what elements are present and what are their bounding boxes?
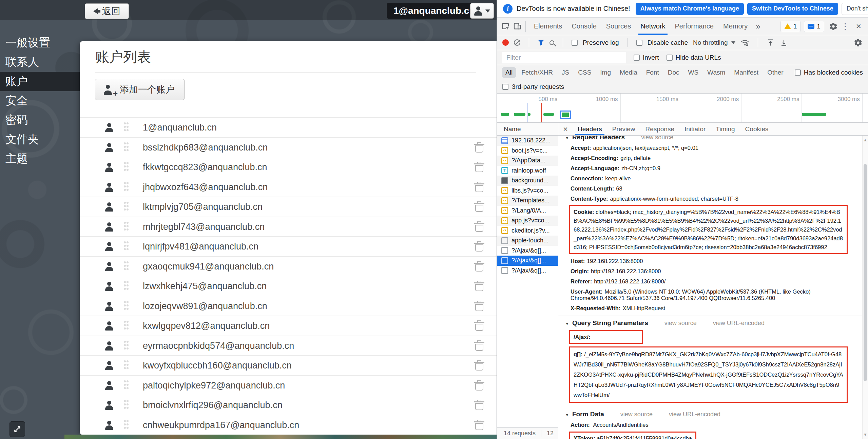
disable-cache-checkbox[interactable] [636,40,642,46]
request-row[interactable]: ?/Templates... [497,196,558,206]
details-tab[interactable]: Initiator [679,123,711,135]
drag-handle[interactable] [124,182,129,192]
drag-handle[interactable] [124,301,129,311]
devtools-tab[interactable]: Network [636,18,670,35]
type-filter-pill[interactable]: Manifest [730,67,762,78]
device-toolbar-icon[interactable] [513,22,522,31]
type-filter-pill[interactable]: All [502,67,516,78]
request-row[interactable]: 192.168.222... [497,136,558,146]
import-har-icon[interactable] [767,39,775,47]
account-row[interactable]: bmoiclvnxlrfiq296@anquanclub.cn [80,395,497,415]
account-row[interactable]: fkkwtgccq823@anquanclub.cn [80,157,497,177]
scroll-down-icon[interactable]: ▼ [863,432,868,437]
delete-account-button[interactable] [474,281,484,292]
drag-handle[interactable] [124,122,129,133]
record-network-log-button[interactable] [502,39,509,46]
drag-handle[interactable] [124,222,129,232]
request-row[interactable]: ?/Ajax/&q[]... [497,246,558,256]
query-string-section-header[interactable]: ▼ Query String Parameters view source vi… [565,319,848,327]
sidebar-item[interactable]: 账户 [0,72,80,91]
export-har-icon[interactable] [780,39,788,47]
devtools-tab[interactable]: Elements [529,18,567,35]
details-tab[interactable]: Headers [573,123,607,135]
account-row[interactable]: jhqbwxozf643@anquanclub.cn [80,177,497,197]
sidebar-item[interactable]: 安全 [0,91,80,111]
issues-badge[interactable]: 1 [804,21,824,32]
view-source-link[interactable]: view source [641,136,673,141]
always-match-language-button[interactable]: Always match Chrome's language [636,3,744,15]
filter-input[interactable] [502,52,626,63]
account-row[interactable]: lqnirjfpv481@anquanclub.cn [80,236,497,256]
request-row[interactable]: background... [497,176,558,186]
switch-to-chinese-button[interactable]: Switch DevTools to Chinese [747,3,838,15]
throttling-select[interactable]: No throttling [693,39,728,46]
drag-handle[interactable] [124,261,129,272]
warnings-badge[interactable]: 1 [780,21,801,32]
resize-toggle-button[interactable] [9,421,25,437]
details-tab[interactable]: Response [640,123,679,135]
delete-account-button[interactable] [474,320,484,331]
delete-account-button[interactable] [474,380,484,391]
request-row[interactable]: app.js?v=co... [497,216,558,226]
view-url-encoded-link[interactable]: view URL-encoded [713,320,765,327]
delete-account-button[interactable] [474,340,484,351]
account-row[interactable]: lktmplvjg705@anquanclub.cn [80,197,497,217]
devtools-close-icon[interactable]: × [853,21,865,32]
delete-account-button[interactable] [474,201,484,212]
drag-handle[interactable] [124,360,129,371]
account-row[interactable]: mhrjtegbl743@anquanclub.cn [80,217,497,237]
delete-account-button[interactable] [474,162,484,173]
request-row[interactable]: libs.js?v=co... [497,186,558,196]
settings-gear-icon[interactable] [829,22,838,31]
sidebar-item[interactable]: 主题 [0,149,80,168]
devtools-tab[interactable]: Memory [718,18,752,35]
drag-handle[interactable] [124,241,129,252]
third-party-checkbox[interactable] [502,84,508,90]
request-row[interactable]: ?/AppData... [497,156,558,166]
close-details-icon[interactable]: × [558,124,573,134]
type-filter-pill[interactable]: CSS [574,67,595,78]
more-tabs-icon[interactable]: » [752,22,764,31]
account-row[interactable]: paltoqichylpke972@anquanclub.cn [80,375,497,395]
type-filter-pill[interactable]: JS [558,67,573,78]
clear-network-log-icon[interactable] [514,39,520,46]
view-url-encoded-link[interactable]: view URL-encoded [669,411,720,418]
request-row[interactable]: rainloop.woff [497,166,558,176]
inspect-element-icon[interactable] [501,22,510,31]
devtools-tab[interactable]: Sources [601,18,636,35]
delete-account-button[interactable] [474,261,484,272]
add-account-button[interactable]: + 添加一个账户 [95,79,185,100]
more-options-icon[interactable]: ⋮ [838,22,853,31]
network-overview[interactable]: 500 ms1000 ms1500 ms2000 ms2500 ms3000 m… [497,94,868,123]
delete-account-button[interactable] [474,360,484,371]
account-row[interactable]: lzwxhkehj475@anquanclub.cn [80,276,497,296]
account-row[interactable]: lozojeqvw891@anquanclub.cn [80,296,497,316]
drag-handle[interactable] [124,420,129,430]
request-row[interactable]: ?/Ajax/&q[]... [497,256,558,266]
sidebar-item[interactable]: 密码 [0,111,80,130]
preserve-log-checkbox[interactable] [572,40,578,46]
details-tab[interactable]: Timing [711,123,740,135]
drag-handle[interactable] [124,142,129,153]
delete-account-button[interactable] [474,221,484,232]
type-filter-pill[interactable]: WS [684,67,702,78]
account-row[interactable]: cnhweukpumrdpa167@anquanclub.cn [80,415,497,435]
request-row[interactable]: ?/Ajax/&q[]... [497,266,558,276]
drag-handle[interactable] [124,380,129,391]
delete-account-button[interactable] [474,142,484,153]
details-tab[interactable]: Preview [607,123,640,135]
hide-data-urls-checkbox[interactable] [667,55,673,61]
account-row[interactable]: 1@anquanclub.cn [80,117,497,137]
filter-funnel-icon[interactable] [538,40,544,46]
scrollbar[interactable]: ▲ ▼ [862,136,868,439]
drag-handle[interactable] [124,281,129,291]
account-row[interactable]: eyrmaocpnbkidq574@anquanclub.cn [80,336,497,356]
network-conditions-icon[interactable] [740,38,749,47]
scrollbar-thumb[interactable] [864,164,867,381]
name-column-header[interactable]: Name [497,123,558,136]
type-filter-pill[interactable]: Other [764,67,787,78]
type-filter-pill[interactable]: Doc [664,67,683,78]
has-blocked-cookies-checkbox[interactable] [795,69,801,76]
drag-handle[interactable] [124,202,129,212]
type-filter-pill[interactable]: Media [616,67,641,78]
